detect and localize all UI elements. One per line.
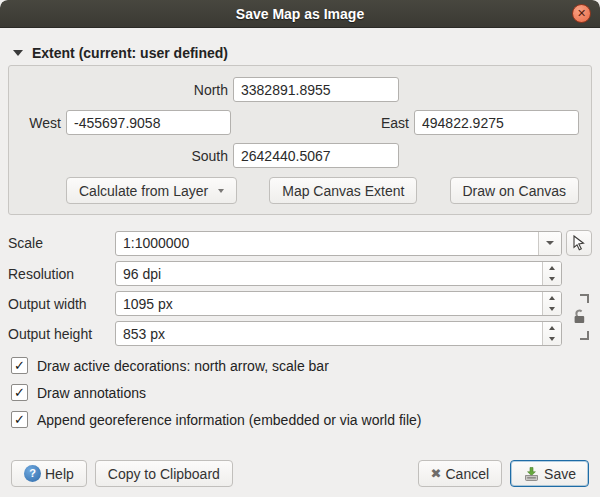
checkbox-checked-icon: ✓ bbox=[11, 411, 28, 428]
cancel-button[interactable]: ✖ Cancel bbox=[418, 460, 503, 487]
append-georeference-checkbox[interactable]: ✓ Append georeference information (embed… bbox=[8, 411, 592, 428]
output-height-spinbox[interactable] bbox=[115, 321, 562, 346]
spin-down-button[interactable] bbox=[543, 304, 561, 316]
arrow-up-icon bbox=[549, 266, 555, 270]
east-input[interactable] bbox=[414, 110, 579, 135]
arrow-down-icon bbox=[549, 337, 555, 341]
checkbox-checked-icon: ✓ bbox=[11, 357, 28, 374]
pointer-cursor-icon bbox=[571, 235, 587, 251]
output-width-input[interactable] bbox=[116, 292, 542, 315]
arrow-up-icon bbox=[549, 296, 555, 300]
titlebar[interactable]: Save Map as Image ✕ bbox=[0, 0, 600, 28]
scale-combobox[interactable] bbox=[115, 231, 562, 256]
output-width-label: Output width bbox=[8, 296, 115, 312]
collapse-triangle-icon bbox=[13, 50, 23, 56]
calculate-from-layer-label: Calculate from Layer bbox=[79, 183, 208, 199]
extent-buttons-row: Calculate from Layer Map Canvas Extent D… bbox=[21, 177, 579, 204]
dropdown-arrow-icon bbox=[218, 189, 224, 193]
options-checkboxes: ✓ Draw active decorations: north arrow, … bbox=[8, 357, 592, 438]
spin-up-button[interactable] bbox=[543, 292, 561, 304]
map-canvas-extent-button[interactable]: Map Canvas Extent bbox=[269, 177, 417, 204]
scale-input[interactable] bbox=[116, 232, 538, 255]
draw-annotations-checkbox[interactable]: ✓ Draw annotations bbox=[8, 384, 592, 401]
output-size-rows: Output width Output height bbox=[8, 291, 592, 346]
set-scale-from-canvas-button[interactable] bbox=[566, 230, 592, 256]
south-label: South bbox=[21, 148, 228, 164]
south-row: South bbox=[21, 143, 579, 168]
output-width-spinbox[interactable] bbox=[115, 291, 562, 316]
footer-right-group: ✖ Cancel Save bbox=[418, 460, 589, 487]
draw-on-canvas-label: Draw on Canvas bbox=[463, 183, 567, 199]
chevron-down-icon bbox=[546, 241, 554, 245]
extent-group-header[interactable]: Extent (current: user defined) bbox=[8, 44, 592, 62]
extent-groupbox: North West East South Calculate from Lay… bbox=[8, 65, 592, 215]
spin-up-button[interactable] bbox=[543, 262, 561, 274]
footer-left-group: ? Help Copy to Clipboard bbox=[11, 460, 233, 487]
output-height-input[interactable] bbox=[116, 322, 542, 345]
checkbox-checked-icon: ✓ bbox=[11, 384, 28, 401]
output-settings-form: Scale Resolution bbox=[8, 230, 592, 346]
resolution-label: Resolution bbox=[8, 266, 115, 282]
south-input[interactable] bbox=[233, 143, 399, 168]
close-button[interactable]: ✕ bbox=[572, 4, 591, 23]
copy-to-clipboard-label: Copy to Clipboard bbox=[108, 466, 220, 482]
resolution-input[interactable] bbox=[116, 262, 542, 285]
cancel-label: Cancel bbox=[445, 466, 489, 482]
west-east-row: West East bbox=[21, 110, 579, 135]
copy-to-clipboard-button[interactable]: Copy to Clipboard bbox=[95, 460, 233, 487]
cancel-x-icon: ✖ bbox=[431, 467, 442, 480]
width-spin-buttons bbox=[542, 292, 561, 315]
west-input[interactable] bbox=[66, 110, 231, 135]
dialog-footer: ? Help Copy to Clipboard ✖ Cancel bbox=[8, 460, 592, 487]
dialog-body: Extent (current: user defined) North Wes… bbox=[0, 28, 600, 497]
output-width-row: Output width bbox=[8, 291, 592, 316]
save-button[interactable]: Save bbox=[510, 460, 589, 487]
arrow-down-icon bbox=[549, 307, 555, 311]
scale-label: Scale bbox=[8, 235, 115, 251]
output-height-row: Output height bbox=[8, 321, 592, 346]
help-icon: ? bbox=[24, 465, 41, 482]
spin-up-button[interactable] bbox=[543, 322, 561, 334]
save-label: Save bbox=[544, 466, 576, 482]
spin-down-button[interactable] bbox=[543, 274, 561, 286]
resolution-spin-buttons bbox=[542, 262, 561, 285]
extent-header-label: Extent (current: user defined) bbox=[32, 45, 228, 61]
north-input[interactable] bbox=[233, 77, 399, 102]
bracket-bottom-icon bbox=[580, 331, 589, 340]
draw-decorations-checkbox[interactable]: ✓ Draw active decorations: north arrow, … bbox=[8, 357, 592, 374]
arrow-down-icon bbox=[549, 277, 555, 281]
lock-aspect-ratio-button[interactable] bbox=[571, 294, 589, 340]
save-map-as-image-dialog: Save Map as Image ✕ Extent (current: use… bbox=[0, 0, 600, 497]
help-button[interactable]: ? Help bbox=[11, 460, 87, 487]
draw-decorations-label: Draw active decorations: north arrow, sc… bbox=[37, 358, 329, 374]
scale-dropdown-button[interactable] bbox=[538, 232, 561, 255]
window-title: Save Map as Image bbox=[236, 6, 364, 22]
resolution-row: Resolution bbox=[8, 261, 592, 286]
unlock-icon bbox=[572, 308, 587, 325]
map-canvas-extent-label: Map Canvas Extent bbox=[282, 183, 404, 199]
calculate-from-layer-button[interactable]: Calculate from Layer bbox=[66, 177, 237, 204]
north-row: North bbox=[21, 77, 579, 102]
height-spin-buttons bbox=[542, 322, 561, 345]
output-height-label: Output height bbox=[8, 326, 115, 342]
west-label: West bbox=[21, 115, 61, 131]
scale-row: Scale bbox=[8, 230, 592, 256]
spin-down-button[interactable] bbox=[543, 334, 561, 346]
draw-on-canvas-button[interactable]: Draw on Canvas bbox=[450, 177, 580, 204]
append-georeference-label: Append georeference information (embedde… bbox=[37, 412, 421, 428]
close-icon: ✕ bbox=[577, 8, 586, 19]
north-label: North bbox=[21, 82, 228, 98]
east-label: East bbox=[381, 115, 409, 131]
arrow-up-icon bbox=[549, 326, 555, 330]
bracket-top-icon bbox=[580, 294, 589, 303]
save-icon bbox=[523, 466, 540, 482]
help-label: Help bbox=[45, 466, 74, 482]
resolution-spinbox[interactable] bbox=[115, 261, 562, 286]
draw-annotations-label: Draw annotations bbox=[37, 385, 146, 401]
